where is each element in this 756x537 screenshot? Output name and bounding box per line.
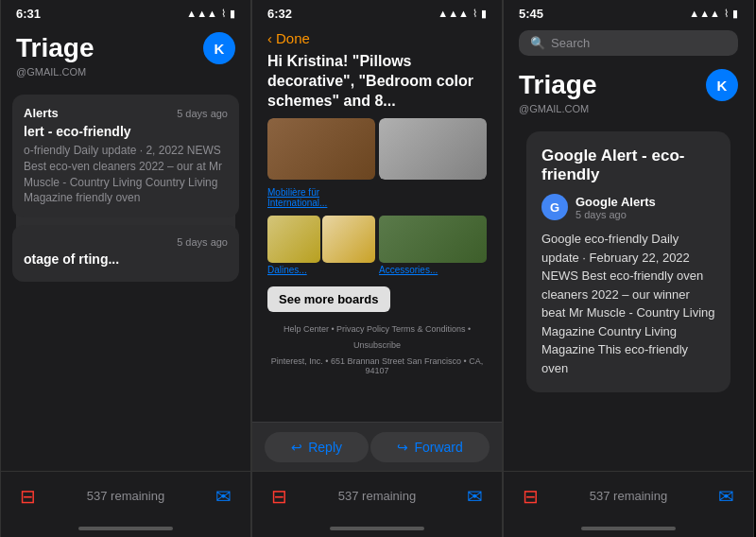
email-time-1: 5 days ago	[177, 108, 228, 119]
detail-subject-3: Google Alert - eco-friendly	[541, 147, 715, 184]
pinterest-grid-row2: Dalines... Accessories...	[267, 216, 487, 275]
wifi-icon-2: ⌇	[472, 8, 477, 20]
detail-body-3: Google eco-friendly Daily update · Febru…	[541, 230, 715, 377]
email-footer-links: Help Center • Privacy Policy Terms & Con…	[267, 321, 487, 352]
detail-card-3[interactable]: Google Alert - eco-friendly G Google Ale…	[526, 131, 730, 392]
email-subject-2: otage of rting...	[24, 251, 228, 267]
forward-label: Forward	[414, 440, 462, 455]
back-chevron-icon: ‹	[267, 30, 272, 46]
forward-button[interactable]: ↪ Forward	[370, 432, 489, 462]
archive-icon-3[interactable]: ⊟	[523, 485, 539, 508]
board-label-3[interactable]: Dalines...	[267, 265, 375, 275]
battery-icon-3: ▮	[732, 8, 738, 20]
pin-image-4	[322, 216, 375, 263]
remaining-count-2: 537 remaining	[338, 489, 416, 503]
signal-icon-1: ▲▲▲	[186, 8, 217, 19]
home-indicator-3	[504, 520, 753, 537]
email-body-2: Mobilière fürInternational... Dalines...	[252, 118, 502, 422]
inbox-icon-1[interactable]: ✉	[215, 485, 232, 508]
pin-image-1	[267, 118, 375, 184]
inbox-icon-3[interactable]: ✉	[718, 485, 734, 508]
reply-icon: ↩	[291, 440, 302, 455]
phone-1: 6:31 ▲▲▲ ⌇ ▮ Triage K @GMAIL.COM Alerts …	[0, 0, 251, 537]
status-bar-1: 6:31 ▲▲▲ ⌇ ▮	[1, 0, 250, 26]
back-nav-2[interactable]: ‹ Done	[252, 26, 502, 52]
status-bar-2: 6:32 ▲▲▲ ⌇ ▮	[252, 0, 502, 26]
reply-button[interactable]: ↩ Reply	[265, 432, 369, 462]
status-icons-1: ▲▲▲ ⌇ ▮	[186, 8, 235, 20]
reply-label: Reply	[308, 440, 342, 455]
app-title-1: Triage	[16, 33, 94, 63]
home-indicator-2	[252, 520, 502, 537]
search-icon-3: 🔍	[530, 36, 545, 50]
forward-icon: ↪	[397, 440, 408, 455]
pin-image-3	[267, 216, 320, 263]
bottom-bar-3: ⊟ 537 remaining ✉	[504, 471, 753, 520]
detail-area-3: Google Alert - eco-friendly G Google Ale…	[504, 124, 753, 471]
header-subtitle-1: @GMAIL.COM	[16, 66, 235, 78]
email-stack-1: Alerts 5 days ago lert - eco-friendly o-…	[1, 87, 250, 471]
pinterest-grid: Mobilière fürInternational...	[267, 118, 487, 208]
email-time-2: 5 days ago	[177, 236, 228, 248]
search-bar-area: 🔍 Search	[504, 26, 753, 63]
signal-icon-2: ▲▲▲	[438, 8, 469, 19]
board-label-4[interactable]: Accessories...	[379, 265, 487, 275]
battery-icon-2: ▮	[481, 8, 487, 20]
archive-icon-1[interactable]: ⊟	[20, 485, 36, 508]
email-subject-1: lert - eco-friendly	[24, 124, 228, 139]
avatar-1[interactable]: K	[203, 32, 235, 64]
email-detail-subject-2: Hi Kristina! "Pillows decorative", "Bedr…	[252, 52, 502, 118]
inbox-icon-2[interactable]: ✉	[467, 485, 483, 508]
search-placeholder-3: Search	[551, 36, 590, 50]
archive-icon-2[interactable]: ⊟	[271, 485, 287, 508]
header-1: Triage K @GMAIL.COM	[1, 26, 250, 87]
see-more-wrapper: See more boards	[267, 283, 487, 316]
bottom-bar-2: ⊟ 537 remaining ✉	[252, 471, 502, 520]
sender-avatar-g-3: G	[541, 194, 568, 220]
header-3: Triage K @GMAIL.COM	[504, 63, 753, 124]
status-time-2: 6:32	[267, 7, 292, 21]
wifi-icon-3: ⌇	[724, 8, 729, 20]
remaining-count-3: 537 remaining	[590, 489, 667, 503]
status-icons-2: ▲▲▲ ⌇ ▮	[438, 8, 487, 20]
header-subtitle-3: @GMAIL.COM	[519, 103, 738, 114]
signal-icon-3: ▲▲▲	[689, 8, 720, 19]
wifi-icon-1: ⌇	[221, 8, 226, 20]
search-bar-3[interactable]: 🔍 Search	[519, 30, 738, 56]
remaining-count-1: 537 remaining	[87, 489, 164, 503]
battery-icon-1: ▮	[230, 8, 235, 20]
action-bar-2: ↩ Reply ↪ Forward	[252, 422, 502, 471]
board-label-1[interactable]: Mobilière fürInternational...	[267, 187, 375, 208]
pin-image-5	[379, 216, 487, 263]
status-time-3: 5:45	[519, 7, 543, 21]
email-sender-1: Alerts	[24, 106, 59, 120]
avatar-3[interactable]: K	[706, 69, 738, 101]
phone-3: 5:45 ▲▲▲ ⌇ ▮ 🔍 Search Triage K @GMAIL.CO…	[503, 0, 754, 537]
sender-time-3: 5 days ago	[576, 209, 656, 220]
pin-image-2	[379, 118, 487, 180]
back-label-2[interactable]: Done	[276, 30, 310, 46]
app-title-3: Triage	[519, 70, 596, 100]
home-indicator-1	[1, 520, 250, 537]
detail-sender-row-3: G Google Alerts 5 days ago	[541, 194, 715, 220]
email-card-2[interactable]: 5 days ago otage of rting...	[12, 225, 239, 282]
email-preview-1: o-friendly Daily update · 2, 2022 NEWS B…	[24, 143, 228, 206]
status-bar-3: 5:45 ▲▲▲ ⌇ ▮	[504, 0, 753, 26]
see-more-boards-btn[interactable]: See more boards	[267, 286, 390, 312]
email-address-block: Pinterest, Inc. • 651 Brannan Street San…	[267, 356, 487, 375]
bottom-bar-1: ⊟ 537 remaining ✉	[1, 471, 250, 520]
phone-2: 6:32 ▲▲▲ ⌇ ▮ ‹ Done Hi Kristina! "Pillow…	[251, 0, 503, 537]
email-card-1[interactable]: Alerts 5 days ago lert - eco-friendly o-…	[12, 95, 239, 217]
status-icons-3: ▲▲▲ ⌇ ▮	[689, 8, 738, 20]
sender-name-3: Google Alerts	[576, 195, 656, 209]
status-time-1: 6:31	[16, 7, 41, 21]
